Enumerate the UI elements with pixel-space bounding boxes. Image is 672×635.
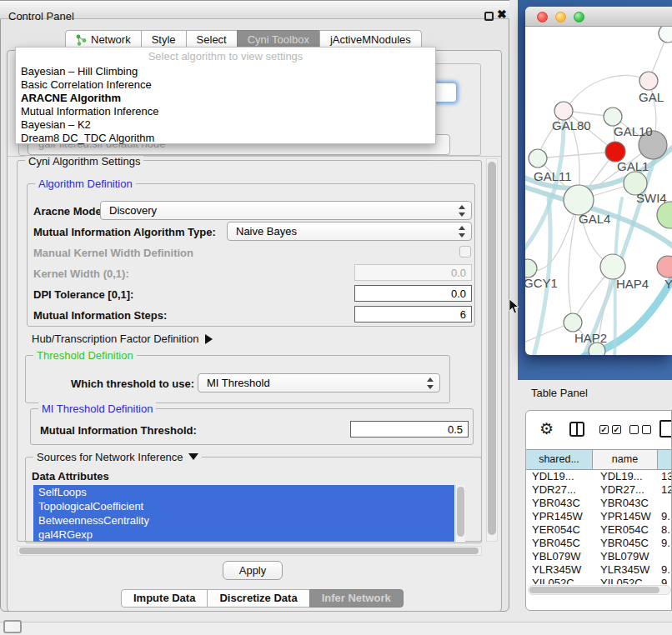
network-node-label: Y [664, 277, 672, 291]
table-row[interactable]: YER054CYER054C8. [526, 523, 672, 537]
network-node[interactable] [564, 313, 582, 332]
table-cell: 9. [658, 537, 672, 550]
table-row[interactable]: YPR145WYPR145W9. [526, 510, 672, 523]
tab-impute-data-label: Impute Data [133, 592, 195, 604]
table-cell: YBL079W [593, 550, 658, 563]
network-node[interactable] [554, 102, 573, 120]
table-column-header[interactable]: shared... [526, 450, 593, 469]
table-row[interactable]: YLR345WYLR345W9. [526, 563, 672, 577]
which-threshold-value: MI Threshold [207, 377, 270, 389]
mi-threshold-field[interactable] [350, 421, 469, 438]
which-threshold-select[interactable]: MI Threshold [198, 373, 440, 392]
table-cell: 9. [658, 577, 672, 584]
bottom-tabs: Impute Data Discretize Data Infer Networ… [122, 589, 404, 608]
table-row[interactable]: YBL079WYBL079W [526, 550, 672, 563]
attribute-list-item[interactable]: SelfLoops [33, 485, 454, 499]
table-cell: YPR145W [526, 510, 593, 523]
table-row[interactable]: YDR27...YDR27...12 [526, 483, 672, 497]
algorithm-option[interactable]: Bayesian – Hill Climbing [16, 65, 435, 78]
kernel-width-field[interactable] [354, 264, 472, 281]
settings-vertical-scrollbar-thumb[interactable] [488, 162, 496, 535]
attributes-list-scrollbar-thumb[interactable] [457, 487, 464, 537]
control-panel-titlebar[interactable] [0, 0, 509, 19]
algorithm-option[interactable]: Dream8 DC_TDC Algorithm [16, 132, 435, 145]
sources-legend-label: Sources for Network Inference [37, 451, 183, 463]
network-node[interactable] [604, 108, 622, 126]
split-columns-icon[interactable] [569, 422, 584, 437]
manual-kernel-checkbox[interactable] [459, 246, 471, 258]
select-all-checkbox-icon[interactable]: ✓ [599, 425, 609, 434]
apply-button[interactable]: Apply [223, 561, 283, 580]
table-panel-title: Table Panel [531, 387, 588, 399]
float-window-icon[interactable] [484, 12, 494, 21]
network-node-label: SWI4 [636, 191, 667, 205]
attribute-list-item[interactable]: BetweennessCentrality [33, 513, 454, 528]
select-all-checkbox-icon[interactable]: ✓ [612, 425, 621, 434]
algorithm-option[interactable]: Mutual Information Inference [16, 105, 435, 118]
hub-definition-expander[interactable]: Hub/Transcription Factor Definition [32, 332, 213, 345]
table-row[interactable]: YBR045CYBR045C9. [526, 537, 672, 550]
cyni-algorithm-settings-legend: Cyni Algorithm Settings [25, 155, 143, 168]
table-cell [658, 497, 672, 510]
document-icon[interactable] [659, 420, 672, 438]
tab-select-label: Select [197, 31, 227, 48]
window-minimize-button[interactable] [555, 12, 566, 22]
mi-type-select[interactable]: Naive Bayes [227, 222, 472, 241]
network-node[interactable] [639, 72, 658, 90]
table-column-header[interactable]: name [593, 450, 658, 469]
table-row[interactable]: YDL19...YDL19...13 [526, 470, 672, 483]
tab-discretize-data[interactable]: Discretize Data [207, 589, 309, 608]
window-close-button[interactable] [537, 12, 548, 22]
network-node[interactable] [657, 202, 672, 228]
mi-steps-label: Mutual Information Steps: [33, 309, 167, 322]
close-icon[interactable]: ✖ [497, 8, 507, 21]
tab-infer-network[interactable]: Infer Network [309, 589, 404, 608]
dpi-tolerance-label: DPI Tolerance [0,1]: [33, 288, 133, 301]
data-attributes-label: Data Attributes [32, 470, 109, 482]
table-column-header[interactable]: A [658, 450, 672, 469]
table-horizontal-scrollbar-thumb[interactable] [529, 587, 659, 593]
network-node[interactable] [525, 259, 537, 278]
deselect-all-checkbox-icon[interactable] [642, 425, 651, 434]
status-strip [0, 622, 672, 635]
table-cell: YLR345W [526, 563, 593, 577]
settings-horizontal-scrollbar-thumb[interactable] [19, 548, 479, 554]
mi-steps-field[interactable] [354, 306, 472, 322]
aracne-mode-label: Aracne Mode: [33, 205, 105, 218]
table-toolbar: ⚙ ✓ ✓ [526, 418, 671, 446]
network-node[interactable] [564, 185, 594, 215]
table-cell: YER054C [526, 523, 593, 537]
network-node[interactable] [600, 254, 625, 279]
table-row[interactable]: YBR043CYBR043C [526, 497, 672, 510]
network-edge [538, 152, 615, 158]
algorithm-option[interactable]: Bayesian – K2 [16, 118, 435, 132]
algorithm-option[interactable]: Basic Correlation Inference [16, 78, 435, 92]
algorithm-option[interactable]: ARACNE Algorithm [16, 92, 435, 105]
tab-impute-data[interactable]: Impute Data [121, 589, 208, 608]
network-node-label: HAP4 [616, 277, 649, 291]
table-cell: 9. [658, 510, 672, 523]
table-cell: 8. [658, 523, 672, 537]
network-node[interactable] [657, 256, 672, 278]
gear-icon[interactable]: ⚙ [539, 419, 554, 438]
network-node-label: GAL4 [579, 212, 610, 226]
network-window-titlebar[interactable] [525, 7, 672, 27]
network-canvas[interactable]: GALGAL80GAL10GAL1GAL11SWI4GAL4GCY1HAP4YH… [525, 27, 672, 355]
table-row[interactable]: YIL052CYIL052C9. [526, 577, 672, 584]
network-node-label: GAL11 [534, 169, 572, 183]
sources-legend[interactable]: Sources for Network Inference [33, 451, 202, 463]
attribute-list-item[interactable]: TopologicalCoefficient [33, 499, 454, 513]
table-cell: YIL052C [526, 577, 593, 584]
minimized-panel-icon[interactable] [3, 620, 22, 633]
network-node[interactable] [659, 27, 672, 42]
deselect-all-checkbox-icon[interactable] [629, 425, 639, 434]
window-zoom-button[interactable] [574, 12, 584, 22]
tab-style-label: Style [152, 31, 176, 48]
attribute-list-item[interactable]: gal4RGexp [33, 528, 454, 542]
aracne-mode-select[interactable]: Discovery [100, 201, 472, 220]
table-cell: 9. [658, 563, 672, 577]
dpi-tolerance-field[interactable] [354, 285, 472, 302]
network-icon [76, 34, 87, 46]
network-node[interactable] [529, 149, 547, 168]
spinner-arrows-icon [458, 204, 465, 218]
